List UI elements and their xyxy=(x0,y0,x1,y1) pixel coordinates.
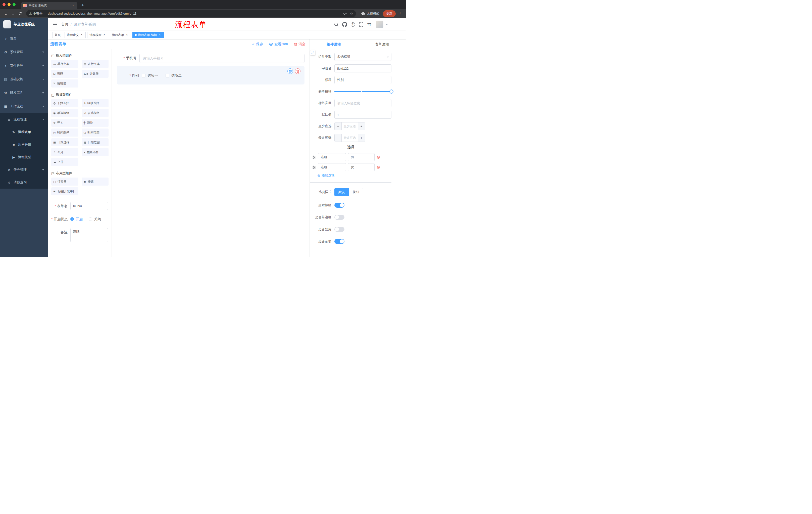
link-icon[interactable] xyxy=(310,50,315,55)
component-item[interactable]: 123 计数器 xyxy=(82,70,109,78)
style-button-button[interactable]: 按钮 xyxy=(349,188,363,196)
key-icon[interactable] xyxy=(343,12,347,16)
with-border-switch[interactable] xyxy=(335,215,344,220)
back-button[interactable]: ← xyxy=(2,10,9,17)
fullscreen-icon[interactable] xyxy=(358,21,364,28)
github-icon[interactable] xyxy=(341,21,348,28)
sidebar-item[interactable]: ☺ 请假查询 xyxy=(0,176,48,189)
tab-tag[interactable]: 流程模型 × xyxy=(87,32,108,38)
component-item[interactable]: ⋔ 级联选择 xyxy=(82,99,109,107)
view-json-button[interactable]: 查看json xyxy=(269,42,288,47)
tab-tag[interactable]: 流程表单 × xyxy=(110,32,131,38)
label-width-input[interactable] xyxy=(335,99,392,107)
tab-tag[interactable]: 流程定义 × xyxy=(64,32,86,38)
component-item[interactable]: ▩ 日期范围 xyxy=(82,138,109,146)
component-item[interactable]: ◑ 颜色选择 xyxy=(82,148,109,156)
delete-field-button[interactable] xyxy=(295,69,300,74)
increase-button[interactable]: + xyxy=(358,123,365,130)
user-avatar[interactable] xyxy=(376,21,383,28)
component-item[interactable]: ✎ 编辑器 xyxy=(51,79,78,87)
default-value-input[interactable] xyxy=(335,111,392,119)
avatar-chevron-icon[interactable] xyxy=(386,24,388,25)
forward-button[interactable]: → xyxy=(9,10,17,17)
form-grid-slider[interactable] xyxy=(335,87,392,96)
remove-option-icon[interactable]: ⊖ xyxy=(377,165,380,169)
tab-tag[interactable]: 首页 × xyxy=(53,32,63,38)
search-icon[interactable] xyxy=(333,21,340,28)
address-bar[interactable]: ⚠ 不安全 | dashboard.yudao.iocoder.cn/bpm/m… xyxy=(26,10,356,17)
component-type-select[interactable]: 多选框组 xyxy=(335,53,392,61)
component-item[interactable]: ╪ 滑块 xyxy=(82,119,109,127)
drag-handle-icon[interactable] xyxy=(312,155,316,159)
close-icon[interactable]: × xyxy=(125,33,128,37)
form-name-input[interactable] xyxy=(70,202,108,210)
disabled-switch[interactable] xyxy=(335,227,344,232)
checkbox-option[interactable]: 选项一 xyxy=(142,74,158,78)
phone-input[interactable] xyxy=(140,54,304,63)
option-label-input[interactable] xyxy=(318,163,346,171)
clear-button[interactable]: 清空 xyxy=(294,42,306,47)
decrease-button[interactable]: − xyxy=(335,134,342,141)
form-field-phone[interactable]: 手机号 xyxy=(117,53,304,64)
component-item[interactable]: ▤ 多行文本 xyxy=(82,60,109,68)
field-name-input[interactable] xyxy=(335,64,392,73)
close-icon[interactable]: × xyxy=(71,3,75,7)
breadcrumb-home[interactable]: 首页 xyxy=(61,22,68,27)
add-option-button[interactable]: ⊕ 添加选项 xyxy=(317,173,392,178)
option-label-input[interactable] xyxy=(318,153,346,161)
component-item[interactable]: ⊡ 密码 xyxy=(51,70,78,78)
sidebar-item[interactable]: ⚙ 系统管理 xyxy=(0,45,48,59)
required-switch[interactable] xyxy=(335,239,344,244)
style-default-button[interactable]: 默认 xyxy=(335,188,349,196)
close-icon[interactable]: × xyxy=(80,33,83,37)
status-on-radio[interactable]: 开启 xyxy=(70,215,83,223)
tab-component-props[interactable]: 组件属性 xyxy=(310,39,358,49)
update-button[interactable]: 更新 xyxy=(383,10,396,17)
increase-button[interactable]: + xyxy=(358,134,365,141)
checkbox-option[interactable]: 选项二 xyxy=(166,74,182,78)
decrease-button[interactable]: − xyxy=(335,123,342,130)
remove-option-icon[interactable]: ⊖ xyxy=(377,155,380,159)
component-item[interactable]: ▣ 按钮 xyxy=(82,178,109,186)
component-item[interactable]: ☁ 上传 xyxy=(51,158,78,166)
sidebar-item[interactable]: ▤ 基础设施 xyxy=(0,73,48,86)
component-item[interactable]: ▢ 行容器 xyxy=(51,178,78,186)
sidebar-item[interactable]: ◕ 首页 xyxy=(0,32,48,45)
tab-form-props[interactable]: 表单属性 xyxy=(358,39,406,49)
reload-button[interactable] xyxy=(17,10,24,17)
star-icon[interactable]: ☆ xyxy=(350,12,353,16)
window-close-button[interactable] xyxy=(2,3,5,6)
font-size-icon[interactable]: TT xyxy=(366,21,373,28)
component-item[interactable]: ⊞ 表格[开发中] xyxy=(51,187,78,195)
component-item[interactable]: ◶ 时间范围 xyxy=(82,129,109,137)
max-select-stepper[interactable]: − 最多可选 + xyxy=(335,134,365,142)
component-item[interactable]: ▭ 单行文本 xyxy=(51,60,78,68)
help-icon[interactable]: ? xyxy=(349,21,356,28)
component-item[interactable]: ◉ 单选框组 xyxy=(51,109,78,117)
sidebar-item[interactable]: ☻ 用户分组 xyxy=(0,138,48,151)
status-off-radio[interactable]: 关闭 xyxy=(89,215,101,223)
sidebar-item[interactable]: ≣ 流程管理 xyxy=(0,113,48,126)
form-field-gender[interactable]: 性别 选项一 xyxy=(117,66,304,84)
component-item[interactable]: ☑ 多选框组 xyxy=(82,109,109,117)
window-zoom-button[interactable] xyxy=(12,3,16,6)
sidebar-item[interactable]: ⚒ 研发工具 xyxy=(0,86,48,100)
option-value-input[interactable] xyxy=(348,153,375,161)
save-button[interactable]: ✓ 保存 xyxy=(252,42,263,47)
browser-menu-icon[interactable]: ⋮ xyxy=(397,11,404,16)
slider-handle[interactable] xyxy=(389,89,394,93)
browser-tab[interactable]: 芋道管理系统 × xyxy=(21,2,77,9)
close-icon[interactable]: × xyxy=(158,33,162,37)
component-item[interactable]: ▦ 日期选择 xyxy=(51,138,78,146)
sidebar-item[interactable]: ✎ 流程表单 xyxy=(0,126,48,138)
remark-textarea[interactable]: 嘿嘿 xyxy=(70,228,108,242)
sidebar-item[interactable]: ▶ 流程模型 xyxy=(0,151,48,163)
component-item[interactable]: ☆ 评分 xyxy=(51,148,78,156)
window-minimize-button[interactable] xyxy=(7,3,10,6)
option-value-input[interactable] xyxy=(348,163,375,171)
component-item[interactable]: ⊜ 开关 xyxy=(51,119,78,127)
sidebar-item[interactable]: ¥ 支付管理 xyxy=(0,59,48,73)
min-select-stepper[interactable]: − 至少应选 + xyxy=(335,122,365,130)
show-label-switch[interactable] xyxy=(335,203,344,208)
component-item[interactable]: ◷ 时间选择 xyxy=(51,129,78,137)
